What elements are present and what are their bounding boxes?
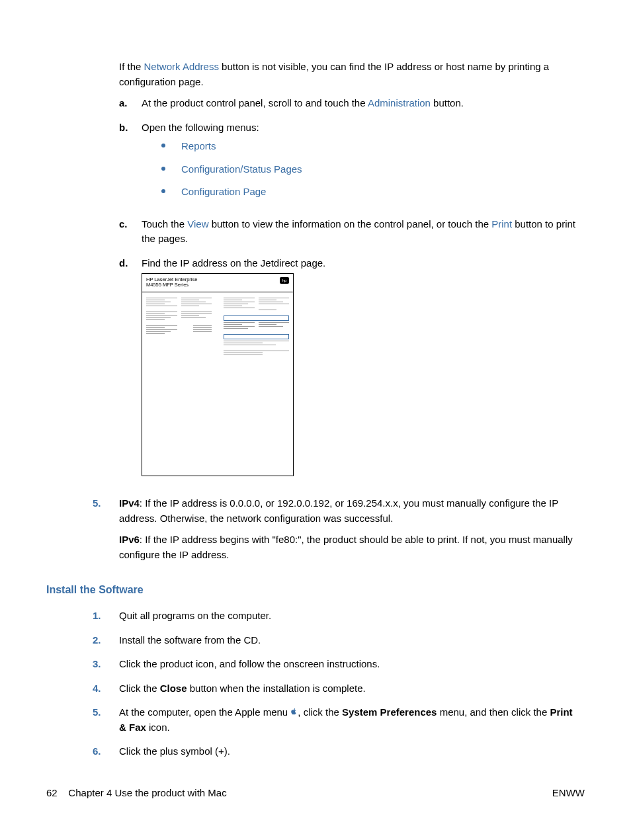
- install-marker-4: 4.: [93, 681, 119, 696]
- step-c-p1: Touch the: [142, 218, 187, 230]
- install-4-p1: Click the: [119, 683, 160, 694]
- diagram-highlight-1: [224, 315, 289, 321]
- chapter-label: Chapter 4 Use the product with Mac: [68, 787, 226, 798]
- diagram-columns: [142, 298, 293, 360]
- bullet-reports: Reports: [161, 139, 302, 154]
- print-link[interactable]: Print: [491, 218, 512, 230]
- step-c-body: Touch the View button to view the inform…: [142, 217, 578, 247]
- install-5-p3: menu, and then click the: [437, 706, 550, 718]
- install-software-heading: Install the Software: [46, 582, 578, 598]
- marker-b: b.: [119, 120, 142, 208]
- system-preferences-bold: System Preferences: [342, 706, 437, 718]
- marker-5: 5.: [93, 496, 119, 569]
- content-area: If the Network Address button is not vis…: [119, 60, 578, 759]
- step-d-body: Find the IP address on the Jetdirect pag…: [142, 256, 325, 487]
- number-list-continued: 5. IPv4: If the IP address is 0.0.0.0, o…: [93, 496, 578, 569]
- page-number: 62: [46, 787, 58, 798]
- install-3-text: Click the product icon, and follow the o…: [119, 657, 380, 672]
- step-a-suffix: button.: [431, 97, 464, 108]
- diagram-col-right: [224, 298, 289, 360]
- apple-icon: [290, 708, 298, 716]
- install-5-p1: At the computer, open the Apple menu: [119, 706, 290, 718]
- install-4: 4. Click the Close button when the insta…: [93, 681, 578, 696]
- install-5-p2: , click the: [298, 706, 342, 718]
- install-list: 1. Quit all programs on the computer. 2.…: [93, 609, 578, 759]
- ipv4-paragraph: IPv4: If the IP address is 0.0.0.0, or 1…: [119, 496, 578, 526]
- install-6: 6. Click the plus symbol (+).: [93, 744, 578, 759]
- ipv6-text: : If the IP address begins with "fe80:",…: [119, 534, 573, 560]
- jetdirect-diagram: HP LaserJet Enterprise M4555 MFP Series …: [142, 273, 294, 476]
- bullet-config-page: Configuration Page: [161, 185, 302, 200]
- menu-bullets: Reports Configuration/Status Pages Confi…: [161, 139, 302, 200]
- page-footer: 62 Chapter 4 Use the product with Mac EN…: [46, 786, 585, 801]
- intro-prefix: If the: [119, 61, 144, 72]
- diagram-col-left: [146, 298, 212, 360]
- diagram-header: HP LaserJet Enterprise M4555 MFP Series …: [142, 274, 293, 292]
- step-b: b. Open the following menus: Reports Con…: [119, 120, 578, 208]
- ipv4-text: : If the IP address is 0.0.0.0, or 192.0…: [119, 497, 558, 524]
- install-marker-3: 3.: [93, 657, 119, 672]
- footer-right: ENWW: [552, 786, 585, 801]
- administration-link[interactable]: Administration: [368, 97, 431, 108]
- step-5-body: IPv4: If the IP address is 0.0.0.0, or 1…: [119, 496, 578, 569]
- install-2-text: Install the software from the CD.: [119, 633, 261, 648]
- bullet-config-status: Configuration/Status Pages: [161, 162, 302, 177]
- close-bold: Close: [160, 683, 187, 694]
- alpha-list: a. At the product control panel, scroll …: [119, 96, 578, 487]
- diagram-highlight-2: [224, 334, 289, 339]
- install-2: 2. Install the software from the CD.: [93, 633, 578, 648]
- step-b-text: Open the following menus:: [142, 122, 259, 133]
- step-d-text: Find the IP address on the Jetdirect pag…: [142, 257, 325, 269]
- install-marker-5: 5.: [93, 705, 119, 735]
- install-5-body: At the computer, open the Apple menu , c…: [119, 705, 578, 735]
- view-link[interactable]: View: [187, 218, 208, 230]
- step-a-body: At the product control panel, scroll to …: [142, 96, 464, 111]
- ipv6-paragraph: IPv6: If the IP address begins with "fe8…: [119, 532, 578, 562]
- install-marker-6: 6.: [93, 744, 119, 759]
- install-4-p2: button when the installation is complete…: [187, 683, 366, 694]
- install-3: 3. Click the product icon, and follow th…: [93, 657, 578, 672]
- marker-c: c.: [119, 217, 142, 247]
- ipv6-label: IPv6: [119, 534, 140, 545]
- install-1-text: Quit all programs on the computer.: [119, 609, 271, 624]
- install-marker-1: 1.: [93, 609, 119, 624]
- diagram-divider: [142, 292, 293, 292]
- intro-paragraph: If the Network Address button is not vis…: [119, 60, 578, 89]
- network-address-link[interactable]: Network Address: [144, 61, 219, 72]
- step-c: c. Touch the View button to view the inf…: [119, 217, 578, 247]
- page: If the Network Address button is not vis…: [0, 0, 631, 840]
- step-c-p2: button to view the information on the co…: [208, 218, 491, 230]
- ipv4-label: IPv4: [119, 497, 140, 509]
- step-5: 5. IPv4: If the IP address is 0.0.0.0, o…: [93, 496, 578, 569]
- footer-left: 62 Chapter 4 Use the product with Mac: [46, 786, 227, 801]
- install-1: 1. Quit all programs on the computer.: [93, 609, 578, 624]
- step-b-body: Open the following menus: Reports Config…: [142, 120, 302, 208]
- step-a: a. At the product control panel, scroll …: [119, 96, 578, 111]
- marker-a: a.: [119, 96, 142, 111]
- marker-d: d.: [119, 256, 142, 487]
- install-marker-2: 2.: [93, 633, 119, 648]
- diagram-title-2: M4555 MFP Series: [146, 282, 197, 288]
- install-5-p4: icon.: [146, 722, 170, 733]
- step-a-prefix: At the product control panel, scroll to …: [142, 97, 368, 108]
- install-5: 5. At the computer, open the Apple menu …: [93, 705, 578, 735]
- install-4-body: Click the Close button when the installa…: [119, 681, 366, 696]
- diagram-title: HP LaserJet Enterprise M4555 MFP Series: [146, 277, 197, 288]
- step-d: d. Find the IP address on the Jetdirect …: [119, 256, 578, 487]
- install-6-text: Click the plus symbol (+).: [119, 744, 230, 759]
- hp-logo-icon: hp: [280, 277, 289, 284]
